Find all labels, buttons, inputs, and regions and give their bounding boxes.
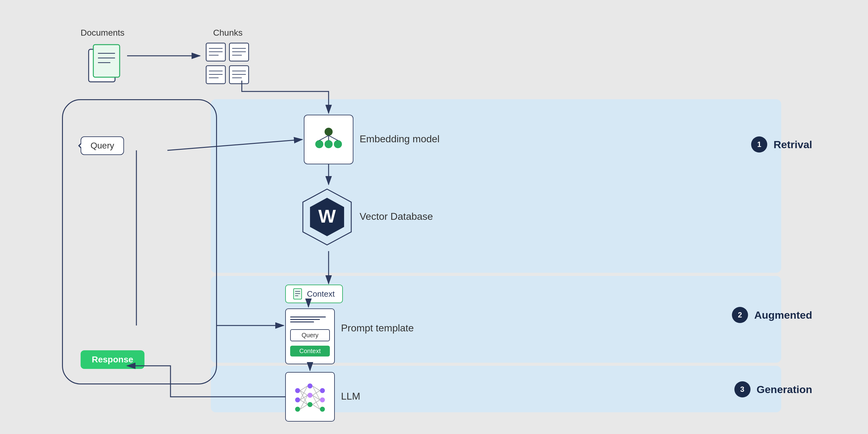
svg-rect-4: [93, 44, 120, 77]
chunks-icon: [205, 41, 251, 85]
svg-point-45: [320, 397, 325, 402]
svg-line-60: [312, 400, 320, 405]
embedding-model-box: [304, 115, 353, 164]
prompt-query-tag: Query: [290, 329, 330, 341]
vector-db-box: W: [296, 186, 358, 248]
retrival-label: 1 Retrival: [751, 136, 812, 153]
svg-point-46: [320, 407, 325, 412]
augmented-label: 2 Augmented: [732, 307, 812, 323]
documents-label: Documents: [81, 28, 125, 38]
query-bubble: Query: [81, 136, 124, 155]
documents-icon: [83, 41, 123, 88]
svg-point-40: [295, 407, 300, 412]
retrival-name: Retrival: [773, 138, 812, 151]
llm-icon: [291, 378, 329, 415]
documents-block: Documents: [81, 28, 125, 88]
svg-text:W: W: [318, 206, 336, 227]
llm-box: [285, 372, 335, 422]
svg-point-39: [295, 397, 300, 402]
augmented-badge: 2: [732, 307, 748, 323]
prompt-template-label: Prompt template: [341, 322, 414, 334]
vector-db-label: Vector Database: [360, 211, 433, 222]
llm-label: LLM: [341, 391, 360, 402]
chunks-block: Chunks: [205, 28, 251, 85]
svg-point-43: [308, 402, 312, 407]
svg-point-41: [308, 383, 312, 389]
generation-name: Generation: [757, 383, 812, 396]
embedding-model-icon: [312, 122, 346, 157]
embedding-model-label: Embedding model: [360, 133, 440, 145]
chunks-label: Chunks: [213, 28, 243, 38]
svg-rect-34: [293, 289, 302, 299]
diagram-container: 1 Retrival 2 Augmented 3 Generation Docu…: [31, 22, 837, 412]
vector-db-icon: W: [296, 186, 358, 248]
generation-label: 3 Generation: [734, 381, 812, 397]
svg-line-30: [329, 135, 338, 141]
svg-point-25: [316, 141, 323, 148]
svg-point-42: [308, 393, 312, 398]
context-badge: Context: [285, 285, 343, 303]
prompt-template-box: Query Context: [285, 308, 335, 364]
svg-line-28: [319, 135, 329, 141]
response-bubble: Response: [81, 350, 145, 369]
svg-point-27: [334, 141, 342, 148]
svg-point-44: [320, 388, 325, 393]
svg-point-24: [325, 128, 332, 135]
augmented-name: Augmented: [754, 309, 812, 321]
svg-point-26: [325, 141, 332, 148]
context-doc-icon: [293, 288, 303, 300]
prompt-context-tag: Context: [290, 346, 330, 356]
retrival-badge: 1: [751, 136, 767, 153]
svg-point-38: [295, 388, 300, 393]
svg-line-57: [312, 391, 320, 395]
generation-badge: 3: [734, 381, 750, 397]
